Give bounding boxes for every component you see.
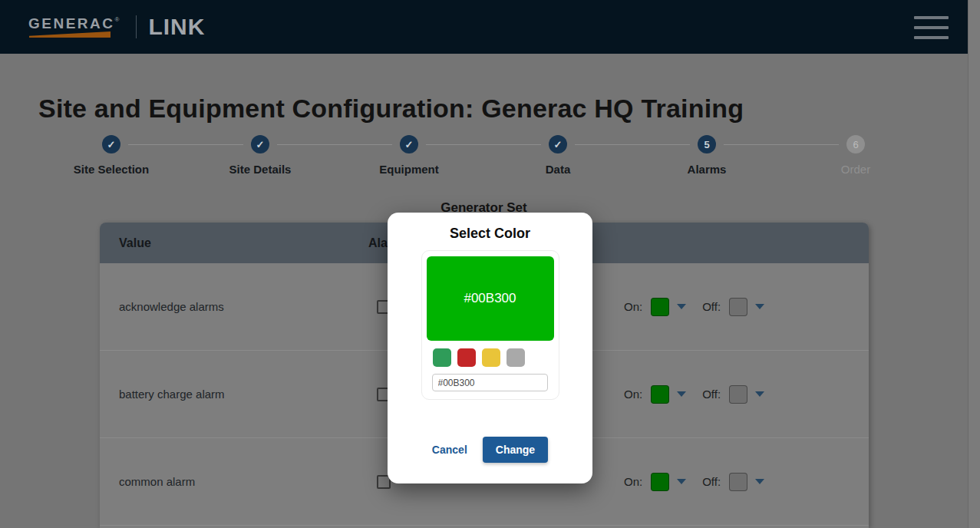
chevron-down-icon[interactable] [677, 391, 686, 397]
row-color-controls: On: Off: [624, 298, 764, 316]
row-value-label: common alarm [119, 475, 368, 488]
change-button[interactable]: Change [483, 437, 548, 463]
top-navbar: GENERAC® LINK [0, 0, 968, 54]
on-label: On: [624, 300, 642, 313]
on-color-swatch[interactable] [651, 385, 669, 404]
row-color-controls: On: Off: [624, 385, 764, 404]
step-data: ✓ Data [483, 135, 632, 176]
generac-swoosh-icon [29, 31, 111, 38]
step-label: Site Details [229, 163, 292, 176]
cancel-button[interactable]: Cancel [432, 444, 467, 456]
chevron-down-icon[interactable] [755, 391, 764, 397]
chevron-down-icon[interactable] [677, 479, 686, 484]
column-header-value: Value [119, 236, 368, 250]
modal-title: Select Color [450, 226, 530, 242]
palette-swatch-gray[interactable] [506, 348, 525, 367]
generac-wordmark: GENERAC [28, 15, 115, 31]
registered-mark: ® [115, 16, 120, 23]
step-complete-check-icon[interactable]: ✓ [251, 135, 269, 153]
brand-logo: GENERAC® LINK [28, 15, 205, 38]
step-site-details: ✓ Site Details [186, 135, 335, 176]
chevron-down-icon[interactable] [755, 304, 764, 309]
palette-row [427, 348, 554, 367]
hamburger-bar [914, 16, 949, 19]
off-color-swatch[interactable] [729, 385, 747, 404]
step-site-selection: ✓ Site Selection [37, 135, 186, 176]
on-label: On: [624, 475, 642, 488]
on-color-swatch[interactable] [651, 473, 669, 491]
on-label: On: [624, 388, 642, 401]
step-complete-check-icon[interactable]: ✓ [102, 135, 120, 153]
color-preview-hex: #00B300 [464, 291, 516, 306]
step-order: 6 Order [781, 135, 930, 176]
hex-color-input[interactable] [432, 374, 548, 391]
palette-swatch-green[interactable] [433, 348, 451, 367]
page-title: Site and Equipment Configuration: Genera… [38, 94, 929, 124]
step-label: Data [546, 163, 571, 176]
chevron-down-icon[interactable] [755, 479, 764, 484]
color-preview-swatch[interactable]: #00B300 [427, 256, 554, 341]
off-label: Off: [702, 475, 721, 488]
off-label: Off: [702, 388, 721, 401]
row-color-controls: On: Off: [624, 473, 764, 491]
off-label: Off: [702, 300, 721, 313]
select-color-modal: Select Color #00B300 Cancel Change [388, 213, 592, 483]
step-number-badge[interactable]: 6 [846, 135, 865, 153]
step-label: Equipment [379, 163, 439, 176]
step-equipment: ✓ Equipment [335, 135, 483, 176]
step-complete-check-icon[interactable]: ✓ [400, 135, 418, 153]
step-label: Order [841, 163, 870, 176]
hamburger-menu-icon[interactable] [914, 15, 949, 39]
modal-buttons: Cancel Change [432, 437, 548, 463]
hamburger-bar [914, 36, 949, 39]
off-color-swatch[interactable] [729, 473, 747, 491]
brand-divider [136, 15, 137, 38]
chevron-down-icon[interactable] [677, 304, 686, 309]
row-value-label: acknowledge alarms [119, 300, 368, 313]
generac-logo: GENERAC® [28, 16, 119, 38]
row-value-label: battery charge alarm [119, 388, 368, 401]
step-number-badge[interactable]: 5 [698, 135, 716, 153]
palette-swatch-yellow[interactable] [482, 348, 500, 367]
palette-swatch-red[interactable] [457, 348, 476, 367]
step-alarms-active: 5 Alarms [632, 135, 781, 176]
on-color-swatch[interactable] [651, 298, 669, 316]
wizard-stepper: ✓ Site Selection ✓ Site Details ✓ Equipm… [37, 135, 930, 176]
off-color-swatch[interactable] [729, 298, 747, 316]
step-label: Alarms [688, 163, 727, 176]
link-wordmark: LINK [148, 15, 205, 38]
color-picker-panel: #00B300 [421, 250, 559, 400]
hamburger-bar [914, 26, 949, 29]
step-complete-check-icon[interactable]: ✓ [549, 135, 567, 153]
step-label: Site Selection [74, 163, 149, 176]
page-scrollbar[interactable] [968, 0, 980, 528]
